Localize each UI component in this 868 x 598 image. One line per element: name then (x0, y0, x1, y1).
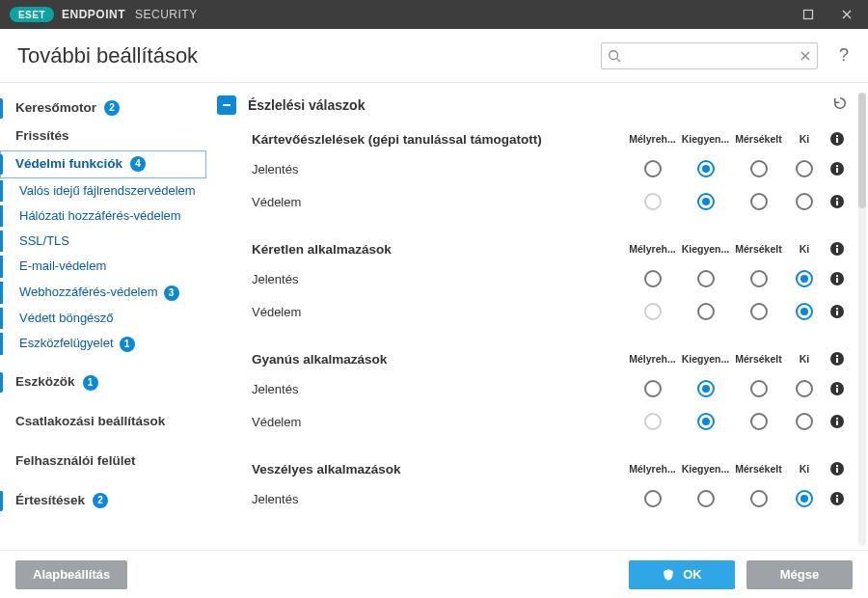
svg-rect-28 (836, 385, 838, 387)
sidebar-item-label: SSL/TLS (19, 233, 69, 248)
radio-option[interactable] (679, 193, 732, 210)
svg-rect-10 (836, 165, 838, 167)
sidebar-item-13[interactable]: Csatlakozási beállítások (0, 408, 206, 436)
radio-option[interactable] (679, 270, 732, 287)
setting-row: Jelentés (248, 262, 854, 295)
info-icon[interactable] (824, 304, 851, 319)
info-icon[interactable] (824, 414, 851, 429)
sidebar-item-2[interactable]: Védelmi funkciók4 (0, 150, 206, 178)
column-header: Ki (785, 243, 824, 255)
radio-option[interactable] (785, 160, 824, 177)
sidebar-subitem-3[interactable]: Valós idejű fájlrendszervédelem (0, 178, 206, 204)
radio-option[interactable] (679, 490, 732, 507)
svg-rect-19 (836, 275, 838, 277)
column-header: Mélyreh... (626, 463, 679, 475)
svg-rect-16 (836, 245, 838, 247)
info-icon[interactable] (824, 461, 851, 476)
sidebar-item-17[interactable]: Értesítések2 (0, 487, 206, 515)
radio-option (626, 193, 679, 210)
sidebar-item-15[interactable]: Felhasználói felület (0, 448, 206, 476)
row-label: Jelentés (252, 162, 626, 177)
column-header: Mélyreh... (626, 353, 679, 365)
info-icon[interactable] (824, 241, 851, 257)
footer: Alapbeállítás OK Mégse (0, 550, 868, 598)
sidebar-item-label: Eszközfelügyelet (19, 336, 114, 350)
info-icon[interactable] (824, 271, 851, 286)
sidebar-subitem-4[interactable]: Hálózati hozzáférés-védelem (0, 204, 206, 229)
search-icon (608, 49, 621, 63)
svg-rect-34 (836, 465, 838, 467)
window-maximize-button[interactable] (793, 4, 824, 25)
sidebar-subitem-6[interactable]: E-mail-védelem (0, 254, 206, 279)
info-icon[interactable] (824, 381, 851, 396)
sidebar-item-label: Eszközök (15, 374, 75, 391)
radio-option[interactable] (732, 413, 785, 430)
radio-option[interactable] (732, 380, 785, 397)
info-icon[interactable] (824, 194, 851, 209)
collapse-section-button[interactable] (217, 95, 236, 115)
radio-option[interactable] (785, 380, 824, 397)
row-label: Védelem (252, 195, 626, 209)
radio-option[interactable] (732, 193, 785, 210)
radio-option[interactable] (785, 270, 824, 287)
info-icon[interactable] (824, 161, 851, 177)
radio-option[interactable] (785, 490, 824, 507)
clear-search-icon[interactable] (800, 50, 811, 62)
sidebar-item-0[interactable]: Keresőmotor2 (0, 95, 206, 122)
radio-option[interactable] (732, 270, 785, 287)
ok-button[interactable]: OK (629, 560, 735, 589)
radio-option[interactable] (626, 380, 679, 397)
radio-option[interactable] (679, 380, 732, 397)
column-header: Ki (785, 353, 824, 365)
radio-option (626, 303, 679, 320)
sidebar-subitem-7[interactable]: Webhozzáférés-védelem3 (0, 280, 206, 306)
sidebar-subitem-8[interactable]: Védett böngésző (0, 306, 206, 331)
radio-option[interactable] (626, 160, 679, 177)
sidebar-item-label: Védelmi funkciók (15, 156, 122, 173)
info-icon[interactable] (824, 351, 851, 367)
column-header: Mérsékelt (732, 463, 785, 475)
svg-rect-6 (836, 138, 838, 143)
radio-option (626, 413, 679, 430)
default-button[interactable]: Alapbeállítás (15, 560, 127, 589)
help-button[interactable]: ? (833, 45, 854, 67)
radio-option[interactable] (679, 160, 732, 177)
sidebar-subitem-9[interactable]: Eszközfelügyelet1 (0, 331, 206, 357)
svg-rect-25 (836, 355, 838, 357)
column-header: Kiegyen... (679, 463, 732, 475)
radio-option[interactable] (785, 413, 824, 430)
window-close-button[interactable] (831, 4, 862, 25)
column-header: Mérsékelt (732, 243, 785, 255)
row-label: Védelem (252, 415, 626, 429)
radio-option[interactable] (679, 413, 732, 430)
cancel-button[interactable]: Mégse (746, 560, 853, 589)
brand: ESET ENDPOINT SECURITY (10, 7, 198, 22)
info-icon[interactable] (824, 491, 851, 506)
page-title: További beállítások (17, 43, 198, 68)
sidebar-badge: 1 (83, 375, 98, 391)
radio-option[interactable] (626, 490, 679, 507)
radio-option[interactable] (732, 160, 785, 177)
undo-icon (831, 95, 849, 112)
minus-icon (221, 99, 232, 111)
sidebar-item-11[interactable]: Eszközök1 (0, 368, 206, 396)
radio-option[interactable] (679, 303, 732, 320)
radio-option[interactable] (785, 193, 824, 210)
radio-option[interactable] (732, 490, 785, 507)
undo-button[interactable] (831, 95, 849, 116)
scrollbar-thumb[interactable] (858, 93, 866, 208)
row-label: Jelentés (252, 272, 626, 286)
sidebar-subitem-5[interactable]: SSL/TLS (0, 229, 206, 254)
info-icon[interactable] (824, 131, 851, 147)
shield-icon (662, 568, 675, 582)
main-panel: Észlelési válaszok Kártevőészlelések (gé… (207, 83, 868, 550)
sidebar-item-label: Webhozzáférés-védelem (19, 285, 158, 299)
radio-option[interactable] (732, 303, 785, 320)
radio-option[interactable] (626, 270, 679, 287)
radio-option[interactable] (785, 303, 824, 320)
svg-rect-27 (836, 388, 838, 393)
sidebar-badge: 2 (93, 493, 108, 508)
search-box[interactable] (601, 42, 818, 69)
search-input[interactable] (627, 48, 794, 63)
sidebar-item-1[interactable]: Frissítés (0, 122, 206, 150)
